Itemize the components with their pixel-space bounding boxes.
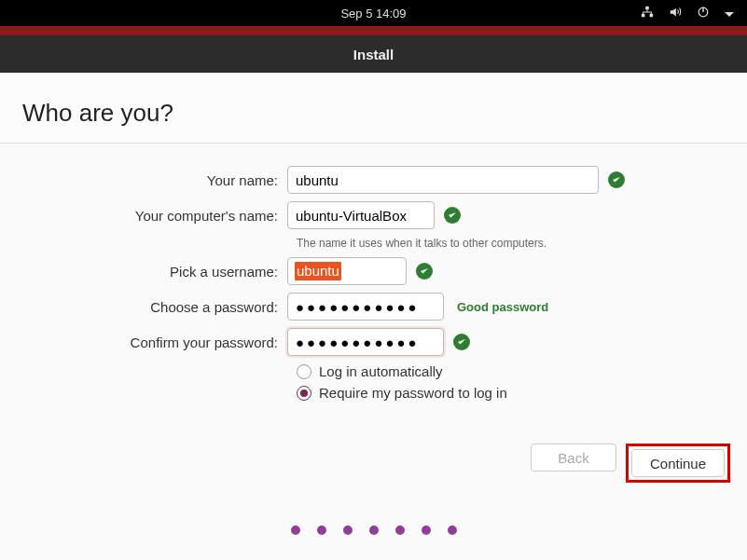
host-hint: The name it uses when it talks to other …: [297, 237, 747, 250]
pager-dot: [343, 526, 353, 535]
clock: Sep 5 14:09: [340, 7, 406, 20]
continue-highlight: Continue: [626, 444, 730, 483]
confirm-password-input[interactable]: [287, 328, 444, 356]
name-input[interactable]: [287, 166, 599, 194]
content-header: Who are you?: [0, 73, 747, 143]
svg-rect-0: [645, 6, 649, 9]
host-input[interactable]: [287, 201, 435, 229]
pager-dot: [369, 526, 379, 535]
pager-dot: [291, 526, 300, 535]
power-icon[interactable]: [697, 6, 710, 21]
window-title-bar: Install: [0, 35, 747, 73]
login-auto-row[interactable]: Log in automatically: [297, 363, 747, 379]
username-value: ubuntu: [295, 262, 341, 280]
continue-button[interactable]: Continue: [631, 449, 725, 477]
user-form: Your name: Your computer's name: The nam…: [0, 143, 747, 401]
password-strength: Good password: [457, 300, 548, 314]
radio-login-require-label: Require my password to log in: [319, 385, 507, 401]
svg-rect-2: [650, 13, 654, 17]
password-label: Choose a password:: [0, 299, 287, 315]
name-label: Your name:: [0, 172, 287, 188]
check-icon: [608, 171, 625, 188]
check-icon: [444, 207, 461, 224]
pager-dot: [317, 526, 326, 535]
window-accent-strip: [0, 26, 747, 35]
check-icon: [416, 263, 433, 280]
confirm-password-label: Confirm your password:: [0, 335, 287, 350]
nav-buttons: Back Continue: [531, 444, 730, 483]
user-label: Pick a username:: [0, 264, 287, 280]
check-icon: [453, 334, 470, 350]
svg-rect-1: [642, 13, 645, 17]
chevron-down-icon[interactable]: [725, 7, 734, 20]
pager-dots: [0, 526, 747, 535]
radio-login-auto-label: Log in automatically: [319, 363, 443, 379]
pager-dot: [422, 526, 431, 535]
volume-icon[interactable]: [669, 6, 682, 21]
pager-dot: [448, 526, 457, 535]
radio-login-require[interactable]: [297, 386, 311, 401]
window-title: Install: [353, 47, 394, 62]
radio-login-auto[interactable]: [297, 364, 311, 379]
login-require-row[interactable]: Require my password to log in: [297, 385, 747, 401]
system-tray[interactable]: [641, 6, 734, 21]
pager-dot: [395, 526, 405, 535]
system-top-bar: Sep 5 14:09: [0, 0, 747, 26]
network-icon[interactable]: [641, 6, 654, 21]
page-title: Who are you?: [22, 99, 725, 128]
password-input[interactable]: [287, 293, 444, 321]
back-button[interactable]: Back: [531, 444, 616, 471]
host-label: Your computer's name:: [0, 208, 287, 224]
